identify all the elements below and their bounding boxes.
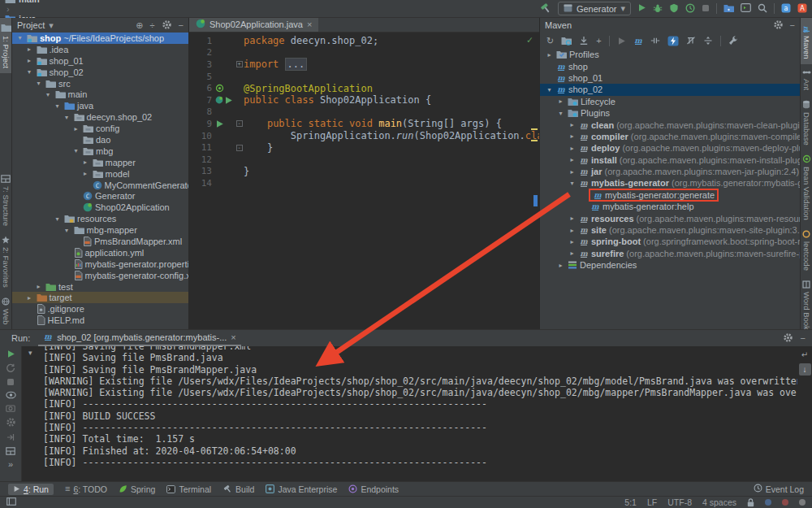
tool-strip-tab-ant[interactable]: Ant [801, 64, 812, 95]
collapse-all-icon[interactable]: ÷ [150, 20, 155, 30]
tool-strip-tab-1-project[interactable]: 1: Project [0, 18, 12, 73]
goal-icon[interactable]: m [633, 36, 643, 46]
fold-box-icon[interactable]: - [236, 120, 243, 127]
expander-closed-icon[interactable]: ▸ [568, 238, 577, 245]
tree-row-dependencies[interactable]: ▸Dependencies [540, 259, 800, 271]
expander-closed-icon[interactable]: ▸ [568, 121, 577, 128]
expander-closed-icon[interactable]: ▸ [568, 132, 577, 140]
add-maven-project-icon[interactable]: + [596, 37, 601, 46]
tool-strip-tab-word-book[interactable]: Word Book [801, 276, 812, 329]
tree-row-lifecycle[interactable]: ▸Lifecycle [540, 96, 800, 107]
gear-icon[interactable] [783, 332, 793, 345]
skiptests-icon[interactable] [686, 36, 696, 46]
tree-row-mbg[interactable]: ▾mbg [12, 145, 188, 157]
tree-row-mbg-mapper[interactable]: ▾mbg-mapper [12, 224, 188, 236]
tree-row-mybatis-generator-properties[interactable]: mybatis-generator.properties [12, 258, 188, 270]
tool-strip-tab-web[interactable]: Web [1, 293, 11, 329]
tool-window-button-terminal[interactable]: Terminal [166, 484, 211, 494]
scrollbar-thumb[interactable] [533, 195, 538, 206]
refresh-icon[interactable]: ↻ [546, 37, 554, 46]
tree-row-mybatis-generator-generate[interactable]: mmybatis-generator:generate [540, 189, 800, 201]
folder-gen-icon[interactable] [561, 36, 572, 46]
tree-row-deecyn-shop-02[interactable]: ▾deecyn.shop_02 [12, 111, 188, 123]
tree-row-shop[interactable]: mshop [540, 60, 800, 72]
tree-row-deploy[interactable]: ▸mdeploy (org.apache.maven.plugins:maven… [540, 142, 800, 154]
expander-open-icon[interactable]: ▾ [63, 227, 71, 234]
expander-closed-icon[interactable]: ▸ [568, 227, 577, 234]
fold-marker[interactable]: + [235, 61, 244, 67]
tool-strip-tab-leetcode[interactable]: leetcode [801, 225, 812, 276]
translate-orange-icon[interactable]: A [797, 3, 807, 15]
play-green-icon[interactable] [224, 96, 233, 105]
tree-row-install[interactable]: ▸minstall (org.apache.maven.plugins:mave… [540, 154, 800, 166]
project-panel-title[interactable]: Project [17, 20, 45, 30]
tree-row-shop-02[interactable]: ▾mshop_02 [540, 84, 800, 95]
hide-panel-icon[interactable]: − [790, 20, 795, 30]
expander-open-icon[interactable]: ▾ [568, 180, 577, 187]
expander-closed-icon[interactable]: ▸ [568, 145, 577, 152]
event-log-button[interactable]: Event Log [754, 484, 804, 494]
expander-closed-icon[interactable]: ▸ [568, 168, 577, 176]
download-icon[interactable] [579, 36, 589, 46]
bean-icon[interactable] [215, 84, 224, 93]
tree-row-surefire[interactable]: ▸msurefire (org.apache.maven.plugins:mav… [540, 248, 800, 259]
tree-row--idea[interactable]: ▸.idea [12, 44, 188, 55]
expander-closed-icon[interactable]: ▸ [81, 170, 90, 177]
tree-row--gitignore[interactable]: .gitignore [12, 303, 188, 315]
expander-closed-icon[interactable]: ▸ [568, 215, 577, 222]
tree-row-resources[interactable]: ▸mresources (org.apache.maven.plugins:ma… [540, 212, 800, 224]
profiler-button[interactable] [685, 3, 695, 15]
tool-window-button-build[interactable]: Build [222, 484, 254, 494]
tree-row-shop-02[interactable]: ▾shop_02 [12, 67, 188, 78]
tree-row-mybatis-generator-config-xml[interactable]: mybatis-generator-config.xml [12, 270, 188, 281]
tool-strip-tab-maven[interactable]: mMaven [801, 18, 812, 64]
status-item[interactable]: LF [647, 497, 657, 507]
tool-window-button-java-enterprise[interactable]: Java Enterprise [266, 484, 337, 494]
fold-box-icon[interactable]: - [236, 145, 243, 151]
project-structure-icon[interactable] [723, 3, 734, 15]
expander-open-icon[interactable]: ▾ [71, 147, 80, 154]
expander-open-icon[interactable]: ▾ [556, 110, 565, 117]
expander-closed-icon[interactable]: ▸ [568, 250, 577, 257]
tree-row-resources[interactable]: ▾resources [12, 213, 188, 224]
tool-strip-tab-database[interactable]: Database [801, 95, 812, 150]
expander-closed-icon[interactable]: ▸ [568, 156, 577, 163]
expander-open-icon[interactable]: ▾ [34, 80, 43, 87]
run-tab[interactable]: m shop_02 [org.mybatis.generator:mybatis… [38, 330, 241, 346]
editor-tab[interactable]: Shop02Application.java × [189, 18, 318, 32]
tree-row-site[interactable]: ▸msite (org.apache.maven.plugins:maven-s… [540, 224, 800, 236]
run-anything-icon[interactable] [741, 3, 751, 14]
boot-icon[interactable] [215, 96, 223, 104]
split-icon[interactable] [703, 36, 713, 46]
expander-closed-icon[interactable]: ▸ [556, 262, 565, 269]
expander-open-icon[interactable]: ▾ [15, 34, 24, 41]
tool-window-button-6-todo[interactable]: ≡6: TODO [65, 484, 107, 494]
console-output[interactable]: [INFO] Saving file PmsBrandMapper.xml[IN… [22, 346, 797, 468]
lock-icon[interactable] [747, 498, 754, 507]
tree-row-shop-01[interactable]: mshop_01 [540, 72, 800, 84]
run-config-selector[interactable]: Generator ▾ [558, 2, 631, 15]
expander-open-icon[interactable]: ▾ [63, 114, 71, 121]
tree-row-shop-01[interactable]: ▸shop_01 [12, 55, 188, 67]
search-icon[interactable] [758, 3, 767, 15]
expander-closed-icon[interactable]: ▸ [556, 98, 565, 105]
tool-strip-tab-bean-validation[interactable]: Bean Validation [801, 150, 812, 225]
locate-file-icon[interactable]: ⊕ [136, 20, 143, 31]
hide-panel-icon[interactable]: − [179, 20, 184, 30]
tool-window-button-4-run[interactable]: 4: Run [8, 484, 54, 495]
inspections-ok-icon[interactable]: ✓ [527, 34, 533, 46]
debug-button[interactable] [653, 3, 663, 15]
tree-row-mycommentgenerator[interactable]: CMyCommentGenerator [12, 180, 188, 191]
expander-closed-icon[interactable]: ▸ [81, 158, 90, 166]
tree-row-test[interactable]: ▸test [12, 281, 188, 293]
tree-row-mapper[interactable]: ▸mapper [12, 157, 188, 168]
hide-panel-icon[interactable]: − [801, 333, 806, 343]
console-expander-icon[interactable]: ▾ [28, 349, 32, 357]
fold-marker[interactable]: - [235, 120, 244, 127]
tree-row-target[interactable]: ▸target [12, 292, 188, 303]
tree-row-main[interactable]: ▾main [12, 89, 188, 100]
tree-row-pmsbrandmapper-xml[interactable]: PmsBrandMapper.xml [12, 236, 188, 247]
tree-row-profiles[interactable]: ▸Profiles [540, 49, 800, 60]
tree-row-shop[interactable]: ▾shop ~/Files/IdeaProjects/shop [12, 33, 188, 44]
tree-row-mybatis-generator[interactable]: ▾mmybatis-generator (org.mybatis.generat… [540, 177, 800, 189]
